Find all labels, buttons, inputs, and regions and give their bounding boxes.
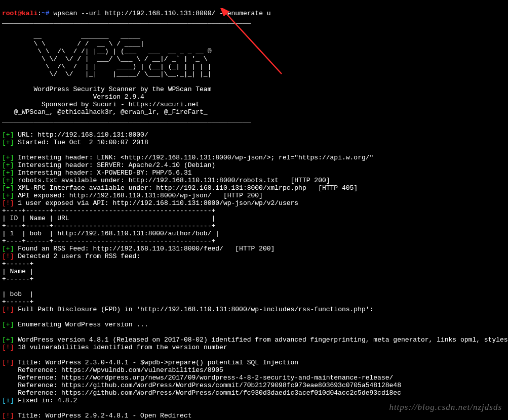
table2-header: | Name | bbox=[2, 268, 33, 275]
marker-bang: [!] bbox=[2, 412, 18, 419]
command-line: wpscan --url http://192.168.110.131:8000… bbox=[53, 10, 270, 17]
hr-top: ________________________________________… bbox=[2, 17, 251, 25]
rss-found-line: Found an RSS Feed: http://192.168.110.13… bbox=[18, 245, 275, 253]
marker-plus: [+] bbox=[2, 321, 18, 328]
marker-bang: [!] bbox=[2, 306, 18, 313]
started-line: Started: Tue Oct 2 10:00:07 2018 bbox=[18, 139, 148, 146]
table-header: | ID | Name | URL | bbox=[2, 215, 215, 222]
table-row: | 1 | bob | http://192.168.110.131:8000/… bbox=[2, 230, 219, 237]
header-xpowered: Interesting header: X-POWERED-BY: PHP/5.… bbox=[18, 169, 191, 177]
vuln1-ref1: Reference: https://wpvulndb.com/vulnerab… bbox=[2, 366, 223, 374]
marker-bang: [!] bbox=[2, 199, 18, 207]
terminal[interactable]: root@kali:~# wpscan --url http://192.168… bbox=[0, 0, 508, 420]
banner-line-2: Version 2.9.4 bbox=[2, 93, 144, 101]
api-exposed-line: API exposed: http://192.168.110.131:8000… bbox=[18, 192, 263, 199]
marker-bang: [!] bbox=[2, 253, 18, 260]
table2-row: | bob | bbox=[2, 290, 33, 298]
marker-plus: [+] bbox=[2, 154, 18, 161]
vuln1-ref2: Reference: https://wordpress.org/news/20… bbox=[2, 374, 393, 382]
banner-line-4: @_WPScan_, @ethicalhack3r, @erwan_lr, @_… bbox=[2, 108, 208, 116]
robots-line: robots.txt available under: http://192.1… bbox=[18, 177, 330, 184]
vuln1-ref4: Reference: https://github.com/WordPress/… bbox=[2, 389, 401, 397]
hr-bottom: ________________________________________… bbox=[2, 116, 251, 123]
url-line: URL: http://192.168.110.131:8000/ bbox=[18, 131, 148, 139]
table-sep: +----+------+---------------------------… bbox=[2, 237, 215, 245]
prompt-tilde: ~# bbox=[42, 10, 53, 17]
ascii-art-l1: __ _______ _____ bbox=[2, 32, 211, 40]
banner-line-1: WordPress Security Scanner by the WPScan… bbox=[2, 86, 215, 93]
xmlrpc-line: XML-RPC Interface available under: http:… bbox=[18, 184, 358, 192]
ascii-art-l6: \/ \/ |_| |_____/ \___|\__,_|_| |_| bbox=[2, 70, 211, 78]
ascii-art-l2: \ \ / / __ \ / ____| bbox=[2, 40, 211, 48]
vuln1-title: Title: WordPress 2.3.0-4.8.1 - $wpdb->pr… bbox=[18, 359, 298, 366]
marker-plus: [+] bbox=[2, 192, 18, 199]
table-sep: +----+------+---------------------------… bbox=[2, 207, 215, 215]
marker-plus: [+] bbox=[2, 245, 18, 253]
marker-plus: [+] bbox=[2, 139, 18, 146]
header-link: Interesting header: LINK: <http://192.16… bbox=[18, 154, 373, 161]
marker-plus: [+] bbox=[2, 161, 18, 169]
vuln2-title: Title: WordPress 2.9.2-4.8.1 - Open Redi… bbox=[18, 412, 191, 419]
table2-sep: +------+ bbox=[2, 260, 33, 268]
vulns-18-line: 18 vulnerabilities identified from the v… bbox=[18, 344, 227, 351]
header-server: Interesting header: SERVER: Apache/2.4.1… bbox=[18, 161, 215, 169]
prompt-host: kali bbox=[22, 10, 37, 17]
user-exposed-line: 1 user exposed via API: http://192.168.1… bbox=[18, 199, 298, 207]
fpd-line: Full Path Disclosure (FPD) in 'http://19… bbox=[18, 306, 373, 313]
marker-plus: [+] bbox=[2, 169, 18, 177]
ascii-art-l4: \ \/ \/ / | ___/ \___ \ / __|/ _` | '_ \ bbox=[2, 55, 211, 63]
marker-bang: [!] bbox=[2, 359, 18, 366]
marker-bang: [!] bbox=[2, 344, 18, 351]
vuln1-ref3: Reference: https://github.com/WordPress/… bbox=[2, 382, 401, 389]
table2-sep: +------+ bbox=[2, 275, 33, 283]
marker-plus: [+] bbox=[2, 336, 18, 344]
table2-sep: +------+ bbox=[2, 298, 33, 306]
marker-plus: [+] bbox=[2, 184, 18, 192]
vuln1-fixed: Fixed in: 4.8.2 bbox=[18, 397, 77, 404]
prompt-colon: : bbox=[37, 10, 42, 17]
banner-line-3: Sponsored by Sucuri - https://sucuri.net bbox=[2, 101, 200, 108]
ascii-art-l5: \ /\ / | | ____) | (__| (_| | | | | bbox=[2, 63, 211, 70]
wp-version-line: WordPress version 4.8.1 (Released on 201… bbox=[18, 336, 508, 344]
ascii-art-l3: \ \ /\ / /| |__) | (___ ___ __ _ _ __ ® bbox=[2, 48, 211, 55]
enumerating-line: Enumerating WordPress version ... bbox=[18, 321, 148, 328]
prompt-user: root bbox=[2, 10, 18, 17]
prompt-at: @ bbox=[18, 10, 22, 17]
table-sep: +----+------+---------------------------… bbox=[2, 222, 215, 230]
rss-detected-line: Detected 2 users from RSS feed: bbox=[18, 253, 140, 260]
marker-plus: [+] bbox=[2, 131, 18, 139]
marker-plus: [+] bbox=[2, 177, 18, 184]
marker-info: [i] bbox=[2, 397, 18, 404]
